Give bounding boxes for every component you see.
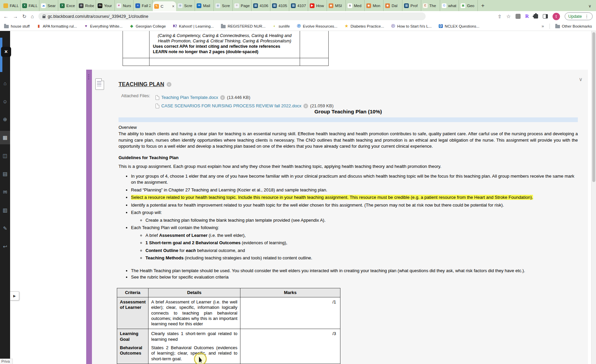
forward-icon[interactable]: → <box>13 13 18 19</box>
grades-icon[interactable]: ▥ <box>0 206 10 215</box>
attached-file-link[interactable]: CASE SCENARIOS FOR NURSING PROCESS REVIE… <box>161 103 301 108</box>
tab-label: Nurs <box>123 4 131 8</box>
tab-label: Exce <box>66 4 75 8</box>
chevron-circle-icon[interactable]: ∨ <box>220 95 225 100</box>
browser-tab[interactable]: ◆ Dal <box>384 0 402 11</box>
address-bar[interactable]: gc.blackboard.com/ultra/courses/_339429_… <box>38 12 426 20</box>
bookmark-item[interactable]: ▮ APA formatting rul... <box>37 24 77 28</box>
browser-tab[interactable]: a Med <box>346 0 365 11</box>
chrome-update-button[interactable]: Update ⋮ <box>565 12 593 20</box>
browser-tab[interactable]: ✉ Mail <box>195 0 214 11</box>
r-extension-icon[interactable]: R <box>525 13 529 19</box>
bullet-item: Read “Planning” in Chapter 27 Teaching a… <box>131 187 578 193</box>
scrollbar-thumb[interactable] <box>592 32 595 182</box>
courses-icon[interactable]: ▦ <box>0 131 10 144</box>
tab-favicon: ◆ <box>366 3 371 8</box>
extension-icon[interactable] <box>516 14 521 19</box>
new-tab-button[interactable]: + <box>481 2 485 9</box>
bookmark-item[interactable]: ⓝ How to Start IVs L... <box>391 24 432 28</box>
browser-tab[interactable]: IN Your <box>96 0 115 11</box>
bookmark-item[interactable]: ♥ Everything White... <box>84 24 123 28</box>
tab-favicon: ▦ <box>291 3 296 8</box>
home-icon[interactable]: ⌂ <box>31 13 34 19</box>
browser-tab[interactable]: ✎ C × <box>153 1 176 11</box>
tab-search-chevron-icon[interactable]: ∨ <box>588 4 591 8</box>
other-bookmarks[interactable]: Other Bookmarks <box>555 24 592 28</box>
browser-tab[interactable]: ▦ 4105 <box>270 0 289 11</box>
browser-tab[interactable]: ✳ Page <box>233 0 252 11</box>
bookmark-label: sunlife <box>278 24 290 28</box>
tab-label: MSI <box>335 4 342 8</box>
bookmark-favicon: ♥ <box>84 24 88 28</box>
browser-tab[interactable]: ≡ Fall 2 <box>134 0 153 11</box>
chevron-circle-icon[interactable]: ∨ <box>167 82 171 87</box>
expand-panel-button[interactable]: ▶ <box>10 291 19 300</box>
globe-icon[interactable]: ⊕ <box>0 115 10 124</box>
close-panel-button[interactable]: × <box>1 47 11 57</box>
tab-label: Mon <box>373 4 380 8</box>
assignment-heading: Group Teaching Plan (10%) <box>119 109 578 115</box>
bookmark-favicon: ⓝ <box>391 24 395 28</box>
bookmarks-overflow-icon[interactable]: » <box>541 24 544 29</box>
browser-tab[interactable]: ▶ How <box>308 0 327 11</box>
browser-tab[interactable]: G what <box>440 0 459 11</box>
file-size: (13.446 KB) <box>227 95 250 100</box>
browser-menu-icon[interactable]: ⋮ <box>585 14 589 19</box>
reload-icon[interactable]: ↻ <box>22 13 27 20</box>
profile-icon[interactable]: ☺ <box>0 97 10 106</box>
browser-tab[interactable]: ♥ Nurs <box>115 0 134 11</box>
browser-tab[interactable]: ◉ Scre <box>214 0 233 11</box>
tab-label: How <box>316 4 324 8</box>
context-menu-chevron-icon[interactable]: ∨ <box>579 76 583 82</box>
browser-tab[interactable]: X Exce <box>58 0 77 11</box>
tab-favicon: ▣ <box>461 3 465 8</box>
organizations-icon[interactable]: ▤ <box>0 170 10 178</box>
bookmark-item[interactable]: house stuff <box>4 24 30 28</box>
browser-tab[interactable]: ◆ MSI <box>327 0 346 11</box>
bookmark-item[interactable]: ⓔ Evolve Resources... <box>297 24 337 28</box>
institution-icon[interactable]: ⌂ <box>0 79 10 87</box>
browser-tab[interactable]: E The <box>421 0 440 11</box>
bookmark-item[interactable]: ◆ Georgian College <box>130 24 166 28</box>
bookmark-star-icon[interactable]: ☆ <box>506 13 510 20</box>
bookmark-item[interactable]: K! Kahoot! | Learning... <box>173 24 214 28</box>
extensions-puzzle-icon[interactable] <box>534 14 538 19</box>
share-icon[interactable]: ⇧ <box>498 14 502 19</box>
profile-avatar[interactable]: t <box>553 13 560 20</box>
bullet-item: The Health Teaching plan template should… <box>131 268 578 274</box>
toolbar-right-group: ⇧ ☆ R t Update ⋮ <box>498 12 593 20</box>
browser-tab[interactable]: FALL <box>2 0 21 11</box>
back-icon[interactable]: ← <box>3 13 8 19</box>
browser-tab[interactable]: ▦ Prof <box>402 0 421 11</box>
attached-file-link[interactable]: Teaching Plan Template.docx <box>161 95 218 100</box>
messages-icon[interactable]: ✉ <box>0 188 10 196</box>
tab-favicon: ✳ <box>234 3 239 8</box>
cursor-icon <box>199 357 203 363</box>
bookmark-item[interactable]: REGISTERED NUR... <box>221 24 265 28</box>
community-icon[interactable]: ◫ <box>0 151 10 160</box>
browser-tab[interactable]: ◉ Scre <box>176 0 195 11</box>
bookmark-item[interactable]: ★ Diabetes Practice... <box>344 24 384 28</box>
bullet-item: In your groups of 4, choose 1 elder that… <box>131 173 578 186</box>
browser-tab[interactable]: ☁ Sear <box>39 0 58 11</box>
browser-tab[interactable]: ▣ Geo <box>459 0 478 11</box>
drag-handle-bar[interactable] <box>86 70 92 364</box>
signout-icon[interactable]: ↩ <box>0 242 10 251</box>
browser-tab[interactable]: ◆ Mon <box>365 0 384 11</box>
teaching-plan-card: TEACHING PLAN ∨ ∨ Attached Files: Teachi… <box>86 70 588 364</box>
browser-tab[interactable]: ⊕ Robe <box>77 0 96 11</box>
bookmark-item[interactable]: ◐ sunlife <box>272 24 290 28</box>
browser-toolbar: ← → ↻ ⌂ gc.blackboard.com/ultra/courses/… <box>0 11 596 22</box>
chevron-circle-icon[interactable]: ∨ <box>303 104 308 108</box>
browser-tab[interactable]: X FALL <box>21 0 39 11</box>
tools-icon[interactable]: ✎ <box>0 224 10 233</box>
lock-icon[interactable] <box>42 16 45 18</box>
bookmark-item[interactable]: D NCLEX Questions... <box>439 24 479 28</box>
item-title[interactable]: TEACHING PLAN <box>119 81 164 87</box>
browser-tab[interactable]: ▦ 4106 <box>252 0 270 11</box>
tab-close-icon[interactable]: × <box>172 4 174 9</box>
browser-tab[interactable]: ▦ 4107 <box>289 0 308 11</box>
bookmark-favicon: K! <box>173 24 177 28</box>
side-panel-icon[interactable] <box>543 14 548 19</box>
scrollbar[interactable] <box>591 31 596 364</box>
